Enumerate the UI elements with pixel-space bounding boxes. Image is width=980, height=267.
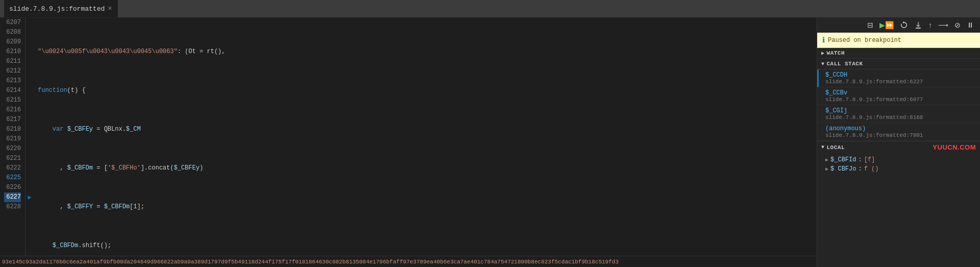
line-numbers: 6207 6208 6209 6210 6211 6212 6213 6214 … [0, 18, 26, 256]
code-lines[interactable]: "\u0024\u005f\u0043\u0043\u0045\u0063": … [34, 18, 817, 256]
stack-frame-0[interactable]: $_CCDH slide.7.8.9.js:formatted:6227 [817, 69, 980, 87]
frame-location: slide.7.8.9.js:formatted:7801 [825, 132, 974, 138]
pause-button[interactable]: ⏸ [965, 20, 976, 30]
code-container: 6207 6208 6209 6210 6211 6212 6213 6214 … [0, 18, 817, 256]
info-icon: ℹ [822, 36, 825, 44]
var-value: f () [864, 165, 879, 173]
code-line: var $_CBFEy = QBLnx.$_CM [38, 125, 817, 134]
right-panel: ⊟ ▶⏩ ↑ ⟶ ⊘ ⏸ ℹ Paused on breakpoint Watc… [817, 18, 980, 267]
breakpoint-info: ℹ Paused on breakpoint [817, 33, 980, 48]
call-stack-chevron-icon [821, 61, 825, 67]
call-stack-label: Call Stack [827, 61, 863, 67]
frame-name: $_CCDH [825, 71, 974, 79]
step-out-button[interactable]: ↑ [926, 20, 934, 30]
frame-name: (anonymous) [825, 125, 974, 132]
local-item-1[interactable]: ▶ $ CBFJo : f () [817, 164, 980, 174]
call-stack-frames: $_CCDH slide.7.8.9.js:formatted:6227 $_C… [817, 69, 980, 267]
expand-arrow-icon[interactable]: ▶ [825, 166, 828, 172]
local-items: ▶ $_CBFId : [f] ▶ $ CBFJo : f () [817, 153, 980, 176]
local-chevron-icon [821, 144, 825, 150]
hash-text: 93e145c93a2da1176b0c6ea2a401af9bfb00da20… [2, 259, 619, 265]
hash-bar: 93e145c93a2da1176b0c6ea2a401af9bfb00da20… [0, 256, 817, 267]
local-label: Local [827, 144, 845, 151]
svg-rect-0 [916, 28, 921, 29]
resume-button[interactable]: ▶⏩ [877, 20, 896, 30]
editor-area: 6207 6208 6209 6210 6211 6212 6213 6214 … [0, 18, 817, 267]
panel-toggle-button[interactable]: ⊟ [865, 20, 875, 30]
watch-chevron-icon [821, 50, 825, 56]
local-item-0[interactable]: ▶ $_CBFId : [f] [817, 155, 980, 164]
code-line: function(t) { [38, 86, 817, 95]
editor-tab[interactable]: slide.7.8.9.js:formatted × [4, 0, 118, 17]
tab-close-button[interactable]: × [108, 5, 112, 12]
code-line: , $_CBFDm = ['$_CBFHo'].concat($_CBFEy) [38, 163, 817, 173]
code-line: , $_CBFFY = $_CBFDm[1]; [38, 202, 817, 212]
stack-frame-3[interactable]: (anonymous) slide.7.8.9.js:formatted:780… [817, 123, 980, 141]
var-value: [f] [864, 156, 875, 163]
code-line: "\u0024\u005f\u0043\u0043\u0045\u0063": … [38, 47, 817, 57]
stack-frame-1[interactable]: $_CCBv slide.7.8.9.js:formatted:6077 [817, 87, 980, 105]
frame-location: slide.7.8.9.js:formatted:6227 [825, 79, 974, 85]
continue-button[interactable]: ⟶ [936, 20, 950, 30]
frame-name: $_CCBv [825, 89, 974, 96]
code-line: $_CBFDm.shift(); [38, 241, 817, 251]
tab-bar: slide.7.8.9.js:formatted × [0, 0, 980, 18]
deactivate-button[interactable]: ⊘ [952, 20, 963, 30]
tab-title: slide.7.8.9.js:formatted [9, 5, 105, 13]
frame-name: $_CGIj [825, 107, 974, 114]
frame-location: slide.7.8.9.js:formatted:6077 [825, 96, 974, 103]
breakpoint-text: Paused on breakpoint [828, 37, 901, 44]
var-name: $_CBFId [830, 156, 856, 163]
call-stack-section-header[interactable]: Call Stack [817, 59, 980, 69]
local-section: Local Yuucn.com ▶ $_CBFId : [f] ▶ $ CBFJ… [817, 141, 980, 176]
step-over-button[interactable] [898, 20, 910, 30]
main-area: 6207 6208 6209 6210 6211 6212 6213 6214 … [0, 18, 980, 267]
debug-toolbar: ⊟ ▶⏩ ↑ ⟶ ⊘ ⏸ [817, 18, 980, 33]
var-colon: : [858, 156, 862, 163]
local-section-header[interactable]: Local Yuucn.com [817, 141, 980, 153]
expand-arrow-icon[interactable]: ▶ [825, 157, 828, 163]
gutter: ▶ [26, 18, 34, 256]
frame-location: slide.7.8.9.js:formatted:8168 [825, 114, 974, 120]
stack-frame-2[interactable]: $_CGIj slide.7.8.9.js:formatted:8168 [817, 105, 980, 123]
watch-label: Watch [827, 50, 845, 56]
var-colon: : [858, 165, 862, 173]
step-into-button[interactable] [912, 20, 924, 30]
var-name: $ CBFJo [830, 165, 856, 173]
watermark: Yuucn.com [933, 143, 976, 151]
watch-section-header[interactable]: Watch [817, 48, 980, 59]
